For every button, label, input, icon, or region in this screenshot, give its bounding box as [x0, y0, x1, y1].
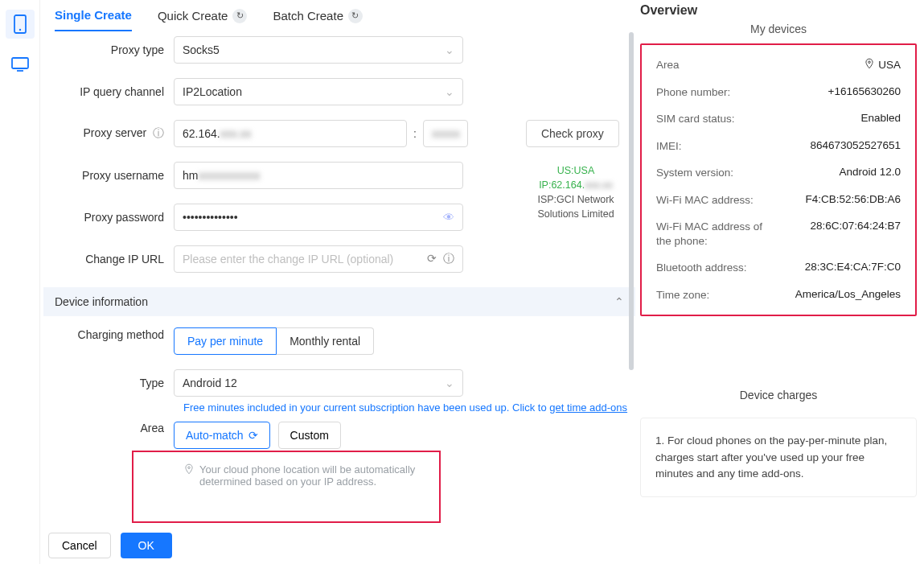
proxy-result-isp: ISP:GCI Network Solutions Limited: [523, 192, 629, 221]
form-area: Proxy type Socks5 ⌄ IP query channel IP2…: [43, 31, 635, 488]
ov-imei-value: 864673052527651: [810, 139, 901, 154]
ip-query-select[interactable]: IP2Location ⌄: [174, 78, 463, 105]
help-icon[interactable]: ⓘ: [153, 126, 164, 139]
ov-wifip-value: 28:6C:07:64:24:B7: [810, 220, 901, 248]
ov-tz-label: Time zone:: [656, 288, 709, 303]
free-minutes-note: Free minutes included in your current su…: [183, 401, 635, 414]
proxy-port-input[interactable]: xxxxx: [423, 120, 468, 147]
left-sidebar: [0, 0, 40, 564]
label-proxy-username: Proxy username: [43, 169, 174, 182]
tab-batch-create[interactable]: Batch Create↻: [273, 8, 363, 31]
ov-phone-value: +16165630260: [828, 85, 901, 100]
overview-title: Overview: [640, 3, 917, 18]
label-charging-method: Charging method: [43, 327, 174, 342]
ov-imei-label: IMEI:: [656, 139, 682, 154]
tab-quick-create[interactable]: Quick Create↻: [158, 8, 248, 31]
device-info-section[interactable]: Device information ⌃: [43, 287, 635, 316]
sidebar-phone-icon[interactable]: [6, 10, 35, 39]
ov-sim-value: Enabled: [860, 112, 901, 126]
pay-per-minute-button[interactable]: Pay per minute: [174, 327, 277, 355]
monthly-rental-button[interactable]: Monthly rental: [277, 327, 374, 355]
device-info-title: Device information: [55, 295, 148, 308]
label-type: Type: [43, 377, 174, 389]
host-port-separator: :: [410, 127, 420, 140]
get-time-addons-link[interactable]: get time add-ons: [549, 401, 627, 414]
proxy-type-value: Socks5: [183, 43, 220, 56]
refresh-icon: ⟳: [248, 429, 258, 442]
ok-button[interactable]: OK: [121, 533, 172, 558]
change-ip-url-input[interactable]: Please enter the change IP URL (optional…: [174, 245, 463, 273]
tab-single-create[interactable]: Single Create: [55, 8, 132, 31]
tab-batch-label: Batch Create: [273, 9, 343, 23]
ov-sim-label: SIM card status:: [656, 112, 735, 126]
proxy-username-input[interactable]: hmxxxxxxxxxxx: [174, 162, 463, 189]
main-panel: Single Create Quick Create↻ Batch Create…: [40, 0, 635, 531]
ov-area-label: Area: [656, 58, 680, 72]
auto-match-button[interactable]: Auto-match ⟳: [174, 422, 270, 449]
ov-sys-label: System version:: [656, 166, 733, 180]
overview-panel: Overview My devices Area USA Phone numbe…: [640, 3, 917, 497]
proxy-type-select[interactable]: Socks5 ⌄: [174, 36, 463, 64]
location-icon: [183, 463, 195, 477]
tab-single-label: Single Create: [55, 8, 132, 22]
sidebar-monitor-icon[interactable]: [6, 50, 35, 79]
change-ip-url-placeholder: Please enter the change IP URL (optional…: [183, 253, 393, 266]
ov-tz-value: America/Los_Angeles: [795, 288, 901, 303]
tab-quick-label: Quick Create: [158, 9, 228, 23]
refresh-icon[interactable]: ⟳: [427, 252, 437, 266]
ov-wifip-label: Wi-Fi MAC address of the phone:: [656, 220, 769, 248]
ov-bt-label: Bluetooth address:: [656, 261, 747, 275]
proxy-check-result: US:USA IP:62.164.xxx.xx ISP:GCI Network …: [523, 163, 629, 221]
chevron-up-icon: ⌃: [614, 295, 624, 308]
svg-rect-2: [12, 58, 28, 68]
chevron-down-icon: ⌄: [445, 377, 454, 389]
device-type-select[interactable]: Android 12 ⌄: [174, 369, 463, 397]
info-icon[interactable]: ⓘ: [443, 252, 454, 266]
ov-wifi-value: F4:CB:52:56:DB:A6: [805, 193, 901, 208]
check-proxy-button[interactable]: Check proxy: [526, 120, 619, 147]
svg-point-1: [18, 29, 20, 31]
tab-batch-badge-icon: ↻: [348, 9, 363, 23]
proxy-password-input[interactable]: •••••••••••••• 👁: [174, 204, 463, 231]
device-charges-card: 1. For cloud phones on the pay-per-minut…: [640, 418, 917, 497]
auto-match-note: Your cloud phone location will be automa…: [183, 463, 457, 488]
eye-icon[interactable]: 👁: [443, 211, 454, 224]
ov-wifi-label: Wi-Fi MAC address:: [656, 193, 754, 208]
charging-method-group: Pay per minute Monthly rental: [174, 327, 374, 355]
ov-sys-value: Android 12.0: [839, 166, 901, 180]
svg-point-4: [188, 467, 191, 469]
chevron-down-icon: ⌄: [445, 43, 454, 56]
label-change-ip-url: Change IP URL: [43, 253, 174, 266]
ov-phone-label: Phone number:: [656, 85, 730, 100]
create-tabs: Single Create Quick Create↻ Batch Create…: [43, 0, 635, 31]
label-proxy-server: Proxy server ⓘ: [43, 126, 174, 141]
device-charges-title: Device charges: [640, 389, 917, 401]
label-proxy-type: Proxy type: [43, 43, 174, 56]
chevron-down-icon: ⌄: [445, 85, 454, 98]
cancel-button[interactable]: Cancel: [48, 533, 111, 558]
svg-point-5: [869, 61, 871, 64]
device-overview-card: Area USA Phone number:+16165630260 SIM c…: [640, 43, 917, 316]
vertical-scrollbar[interactable]: [629, 32, 634, 370]
proxy-host-input[interactable]: 62.164.xxx.xx: [174, 120, 407, 147]
ov-bt-value: 28:3C:E4:CA:7F:C0: [805, 261, 901, 275]
ov-area-value: USA: [878, 59, 901, 71]
label-ip-query: IP query channel: [43, 85, 174, 98]
label-area: Area: [43, 422, 174, 434]
label-proxy-password: Proxy password: [43, 211, 174, 224]
proxy-result-country: US:USA: [523, 163, 629, 178]
device-charges-item: 1. For cloud phones on the pay-per-minut…: [655, 433, 901, 482]
custom-area-button[interactable]: Custom: [278, 422, 341, 449]
footer-actions: Cancel OK: [40, 527, 172, 564]
overview-subtitle: My devices: [640, 23, 917, 35]
location-icon: [864, 58, 875, 72]
proxy-password-value: ••••••••••••••: [183, 211, 238, 224]
device-type-value: Android 12: [183, 377, 237, 389]
ip-query-value: IP2Location: [183, 85, 242, 98]
tab-quick-badge-icon: ↻: [232, 9, 247, 23]
